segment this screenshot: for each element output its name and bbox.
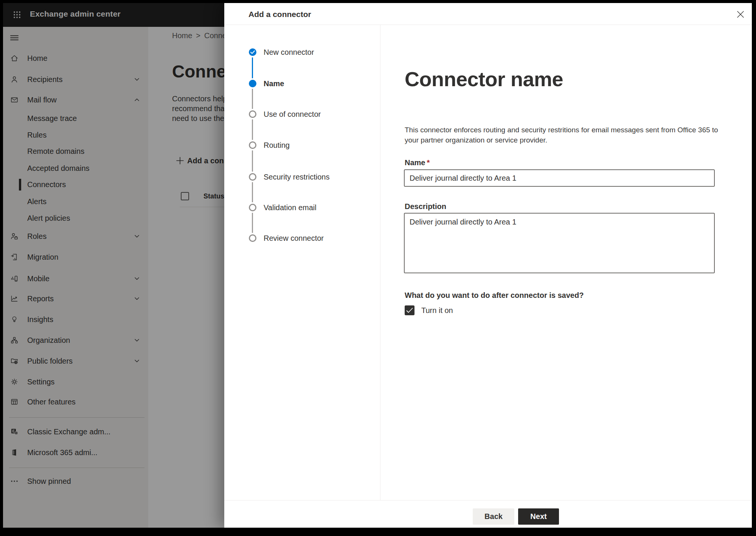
step-label-name[interactable]: Name	[264, 79, 284, 88]
connector-description-text: This connector enforces routing and secu…	[405, 125, 726, 145]
step-circle-upcoming	[249, 234, 256, 242]
step-label-review-connector[interactable]: Review connector	[264, 233, 324, 243]
name-field-label: Name*	[405, 158, 430, 167]
step-label-use-of-connector[interactable]: Use of connector	[264, 109, 321, 119]
connector-name-heading: Connector name	[405, 67, 563, 91]
step-circle-upcoming	[249, 173, 256, 181]
description-field-label: Description	[405, 202, 446, 211]
step-label-validation-email[interactable]: Validation email	[264, 203, 317, 212]
step-connector-line	[252, 119, 253, 140]
step-connector-line	[252, 213, 253, 233]
close-icon[interactable]	[733, 7, 748, 22]
add-connector-dialog: Add a connector New connector Name Use o…	[224, 3, 752, 528]
stepper-content-divider	[380, 25, 380, 500]
after-save-question: What do you want to do after connector i…	[405, 291, 584, 300]
step-connector-line	[252, 182, 253, 202]
step-connector-line	[252, 150, 253, 172]
step-label-new-connector[interactable]: New connector	[264, 47, 314, 57]
step-circle-current	[249, 80, 256, 87]
screen-frame-right	[752, 0, 756, 536]
step-circle-completed	[249, 48, 256, 56]
back-button[interactable]: Back	[473, 508, 514, 525]
dialog-header-divider	[224, 25, 752, 25]
name-label-text: Name	[405, 158, 425, 167]
screen-frame-left	[0, 0, 3, 536]
required-asterisk: *	[427, 158, 430, 167]
step-label-routing[interactable]: Routing	[264, 140, 290, 150]
turn-it-on-checkbox[interactable]	[405, 305, 414, 315]
step-circle-upcoming	[249, 110, 256, 118]
step-circle-upcoming	[249, 204, 256, 211]
screen-frame-bottom	[0, 528, 756, 536]
step-label-security-restrictions[interactable]: Security restrictions	[264, 172, 330, 182]
modal-overlay	[0, 0, 224, 536]
next-button[interactable]: Next	[518, 508, 559, 525]
dialog-title: Add a connector	[248, 10, 311, 19]
step-circle-upcoming	[249, 141, 256, 149]
turn-it-on-label[interactable]: Turn it on	[421, 305, 453, 315]
step-connector-line	[252, 57, 253, 78]
name-input[interactable]	[404, 169, 715, 187]
screen-frame-top	[0, 0, 756, 3]
description-textarea[interactable]: Deliver journal directly to Area 1	[404, 213, 715, 273]
step-connector-line	[252, 89, 253, 109]
dialog-footer-divider	[224, 500, 752, 500]
